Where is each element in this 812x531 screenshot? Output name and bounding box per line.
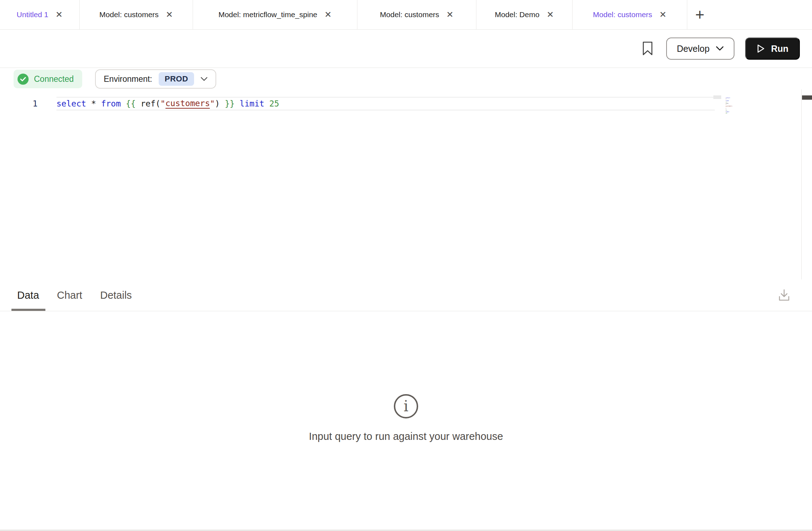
empty-state-message: Input query to run against your warehous… (0, 431, 812, 442)
code-token: ) (215, 99, 225, 108)
tab-model-customers-2[interactable]: Model: customers ✕ (357, 0, 476, 29)
tab-chart[interactable]: Chart (57, 289, 82, 301)
code-token: select (56, 99, 91, 108)
tab-label: Model: customers (380, 10, 439, 19)
new-tab-button[interactable]: + (687, 0, 712, 29)
environment-selector[interactable]: Environment: PROD (95, 69, 216, 89)
play-icon (757, 44, 765, 53)
code-token: }} (225, 99, 240, 108)
develop-button-label: Develop (677, 44, 710, 54)
tab-untitled-1[interactable]: Untitled 1 ✕ (0, 0, 80, 29)
close-icon[interactable]: ✕ (166, 10, 173, 19)
bookmark-icon (642, 41, 653, 56)
tab-model-metricflow-time-spine[interactable]: Model: metricflow_time_spine ✕ (193, 0, 357, 29)
bookmark-button[interactable] (640, 39, 655, 58)
code-token: from (101, 99, 126, 108)
active-tab-underline (11, 309, 45, 311)
connection-status-row: Connected Environment: PROD (14, 69, 216, 89)
minimap-token: 25 (726, 113, 727, 114)
scrollbar-thumb[interactable] (802, 95, 812, 100)
connected-status-badge: Connected (14, 70, 82, 88)
minimap-viewport[interactable] (713, 95, 721, 99)
ref-link[interactable]: customers (165, 99, 210, 109)
code-token: ref( (140, 99, 160, 108)
code-token: 25 (269, 99, 279, 108)
tab-label: Model: customers (593, 10, 652, 19)
download-icon (778, 289, 791, 302)
close-icon[interactable]: ✕ (446, 10, 454, 19)
chevron-down-icon (200, 77, 208, 81)
results-tab-bar: Data Chart Details (0, 280, 812, 311)
tab-label: Model: metricflow_time_spine (218, 10, 317, 19)
code-token: * (91, 99, 101, 108)
run-button[interactable]: Run (745, 38, 800, 60)
connected-status-label: Connected (34, 74, 74, 84)
close-icon[interactable]: ✕ (55, 10, 63, 19)
app-window: Untitled 1 ✕ Model: customers ✕ Model: m… (0, 0, 812, 531)
tab-label: Untitled 1 (17, 10, 49, 19)
results-empty-state: i Input query to run against your wareho… (0, 394, 812, 442)
tab-model-demo[interactable]: Model: Demo ✕ (476, 0, 573, 29)
tab-model-customers-1[interactable]: Model: customers ✕ (80, 0, 193, 29)
toolbar: Develop Run (0, 30, 812, 68)
close-icon[interactable]: ✕ (659, 10, 667, 19)
code-token: {{ (126, 99, 141, 108)
info-glyph: i (403, 399, 408, 414)
plus-icon: + (695, 6, 704, 24)
minimap[interactable]: select * from {{ ref( " customers " ) }}… (723, 96, 732, 115)
code-token: " (210, 99, 215, 108)
editor-tab-bar: Untitled 1 ✕ Model: customers ✕ Model: m… (0, 0, 812, 30)
tab-data[interactable]: Data (17, 289, 39, 301)
environment-label: Environment: (104, 74, 152, 84)
code-token: limit (239, 99, 269, 108)
code-editor-line[interactable]: select * from {{ ref( " customers " ) }}… (56, 97, 715, 110)
tab-label: Model: customers (99, 10, 159, 19)
environment-value-badge: PROD (159, 72, 194, 86)
tab-model-customers-3[interactable]: Model: customers ✕ (573, 0, 687, 29)
line-number: 1 (21, 99, 38, 108)
scrollbar-track (801, 89, 802, 279)
download-button[interactable] (775, 286, 793, 305)
tab-label: Model: Demo (495, 10, 540, 19)
window-bottom-border (0, 530, 812, 531)
develop-button[interactable]: Develop (666, 38, 735, 60)
minimap-token: customers (726, 105, 732, 107)
close-icon[interactable]: ✕ (546, 10, 554, 19)
run-button-label: Run (771, 44, 788, 54)
check-circle-icon (18, 74, 29, 85)
info-icon: i (394, 394, 418, 418)
code-token: " (160, 99, 165, 108)
close-icon[interactable]: ✕ (325, 10, 332, 19)
tab-details[interactable]: Details (100, 289, 132, 301)
chevron-down-icon (716, 46, 724, 51)
